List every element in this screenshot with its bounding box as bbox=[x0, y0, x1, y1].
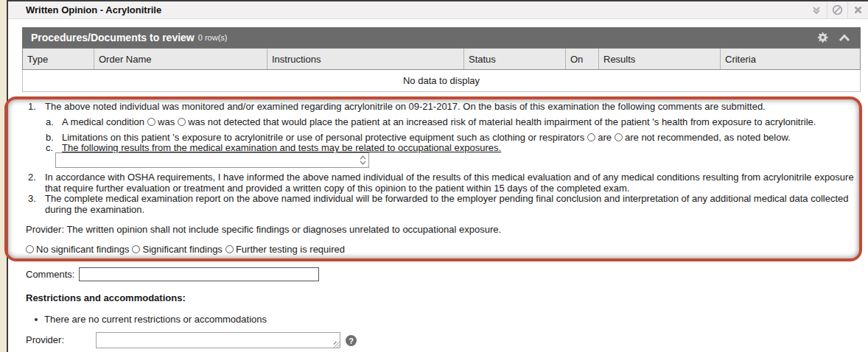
item-number: 2. bbox=[28, 172, 45, 194]
opinion-item-2: 2. In accordance with OSHA requirements,… bbox=[28, 172, 855, 194]
radio-are-not[interactable] bbox=[615, 133, 623, 141]
radio-was-label[interactable]: was bbox=[158, 116, 175, 127]
column-header-status[interactable]: Status bbox=[464, 49, 566, 69]
item-number: 3. bbox=[28, 193, 45, 215]
panel-settings-button[interactable] bbox=[816, 32, 828, 43]
resize-handle-icon[interactable] bbox=[334, 342, 340, 348]
double-chevron-down-icon bbox=[811, 5, 822, 15]
exam-results-text-field[interactable] bbox=[56, 153, 357, 167]
provider-input-wrapper bbox=[96, 332, 340, 348]
close-x-icon bbox=[853, 5, 863, 15]
page-title: Written Opinion - Acrylonitrile bbox=[26, 4, 161, 15]
column-header-on[interactable]: On bbox=[566, 49, 599, 69]
provider-label: Provider: bbox=[26, 332, 96, 345]
radio-significant-findings[interactable] bbox=[132, 245, 140, 253]
comments-row: Comments: bbox=[26, 267, 319, 281]
table-empty-message: No data to display bbox=[22, 70, 861, 92]
option-further-testing[interactable]: Further testing is required bbox=[225, 244, 345, 255]
opinion-item-3: 3. The complete medical examination repo… bbox=[28, 193, 855, 215]
panel-collapse-button[interactable] bbox=[839, 34, 850, 42]
page-left-border bbox=[7, 0, 8, 352]
radio-was[interactable] bbox=[147, 118, 155, 126]
page-left-margin bbox=[0, 0, 7, 352]
title-bar-actions bbox=[806, 1, 868, 19]
provider-note: Provider: The written opinion shall not … bbox=[26, 224, 501, 235]
collapse-button[interactable] bbox=[806, 1, 827, 19]
bullet-icon bbox=[35, 318, 38, 321]
comments-input[interactable] bbox=[79, 267, 319, 281]
opinion-item-1: 1. The above noted individual was monito… bbox=[28, 101, 855, 112]
column-header-order-name[interactable]: Order Name bbox=[94, 49, 267, 69]
opinion-item-1a: a. A medical conditionwaswas not detecte… bbox=[46, 116, 865, 127]
radio-further-testing[interactable] bbox=[225, 245, 234, 253]
option-no-significant-findings[interactable]: No significant findings bbox=[26, 244, 129, 255]
option-significant-findings[interactable]: Significant findings bbox=[132, 244, 222, 255]
item-letter: a. bbox=[46, 116, 62, 127]
panel-title: Procedures/Documents to review bbox=[31, 32, 195, 43]
restrictions-heading: Restrictions and accommodations: bbox=[26, 292, 186, 303]
disable-button[interactable] bbox=[827, 1, 847, 19]
radio-label[interactable]: Significant findings bbox=[142, 244, 222, 255]
restrictions-list-item: There are no current restrictions or acc… bbox=[35, 314, 267, 325]
help-icon[interactable]: ? bbox=[346, 335, 357, 346]
opinion-item-1b: b. Limitations on this patient 's exposu… bbox=[46, 132, 865, 143]
radio-are-not-label[interactable]: are not bbox=[625, 132, 654, 143]
radio-label[interactable]: Further testing is required bbox=[236, 244, 345, 255]
item-number: 1. bbox=[28, 101, 45, 112]
chevron-up-icon bbox=[839, 34, 850, 42]
gear-icon bbox=[816, 32, 828, 43]
spinner-up-icon[interactable] bbox=[360, 155, 366, 160]
close-button[interactable] bbox=[847, 1, 868, 19]
findings-radio-group: No significant findings Significant find… bbox=[26, 244, 348, 255]
item-text: detected that would place the patient at… bbox=[221, 116, 816, 127]
panel-row-count: 0 row(s) bbox=[198, 33, 228, 42]
item-text: The following results from the medical e… bbox=[62, 142, 865, 153]
column-header-criteria[interactable]: Criteria bbox=[721, 49, 860, 69]
provider-row: Provider: ? bbox=[26, 332, 357, 348]
column-header-results[interactable]: Results bbox=[599, 49, 721, 69]
radio-was-not[interactable] bbox=[178, 118, 186, 126]
item-letter: b. bbox=[46, 132, 62, 143]
exam-results-input[interactable] bbox=[55, 152, 369, 168]
item-text: In accordance with OSHA requirements, I … bbox=[45, 172, 855, 194]
radio-no-significant-findings[interactable] bbox=[26, 245, 34, 253]
provider-input[interactable] bbox=[97, 333, 340, 348]
restriction-text: There are no current restrictions or acc… bbox=[44, 314, 267, 325]
column-header-instructions[interactable]: Instructions bbox=[267, 49, 464, 69]
item-text: Limitations on this patient 's exposure … bbox=[62, 132, 584, 143]
item-text: The complete medical examination report … bbox=[45, 193, 855, 215]
radio-are[interactable] bbox=[587, 133, 595, 141]
radio-are-label[interactable]: are bbox=[598, 132, 612, 143]
comments-label: Comments: bbox=[26, 269, 74, 280]
radio-was-not-label[interactable]: was not bbox=[188, 116, 221, 127]
circle-slash-icon bbox=[832, 4, 843, 15]
window-title-bar: Written Opinion - Acrylonitrile bbox=[8, 1, 868, 19]
procedures-panel-header: Procedures/Documents to review 0 row(s) bbox=[22, 27, 861, 48]
spinner-down-icon[interactable] bbox=[360, 161, 366, 165]
procedures-table-header: Type Order Name Instructions Status On R… bbox=[22, 48, 861, 70]
spinner-control[interactable] bbox=[357, 153, 368, 167]
item-letter: c. bbox=[46, 142, 62, 153]
item-text: The above noted individual was monitored… bbox=[45, 101, 855, 112]
item-text: recommended, as noted below. bbox=[654, 132, 790, 143]
column-header-type[interactable]: Type bbox=[23, 49, 94, 69]
opinion-item-1c: c. The following results from the medica… bbox=[46, 142, 865, 153]
radio-label[interactable]: No significant findings bbox=[36, 244, 129, 255]
item-text: A medical condition bbox=[62, 116, 144, 127]
